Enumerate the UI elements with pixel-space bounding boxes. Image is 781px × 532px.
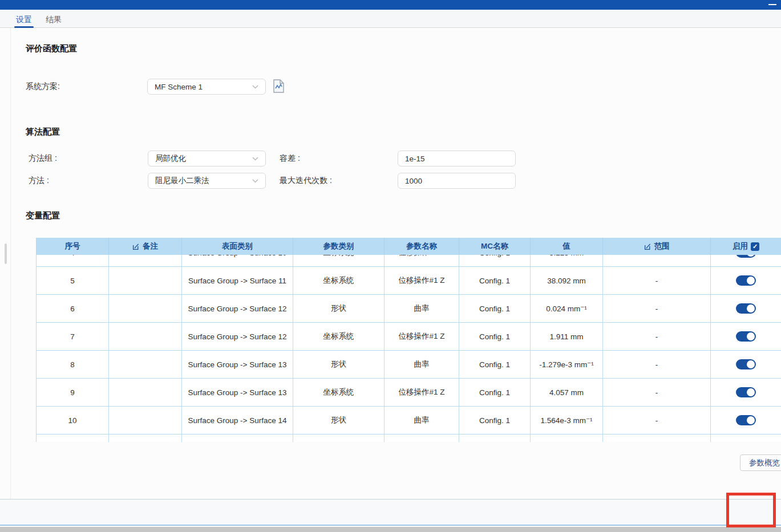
cell-note: [109, 267, 182, 294]
cell-no: 5: [37, 267, 109, 294]
max-iterations-label: 最大迭代次数 :: [280, 173, 332, 189]
enable-toggle[interactable]: [736, 275, 756, 286]
cell-range: -: [603, 295, 711, 322]
cell-param-category: 形状: [293, 407, 385, 434]
tab-settings[interactable]: 设置: [16, 13, 32, 27]
variable-table: 序号 备注 表面类别 参数类别 参数名称 MC名称 值 范围 启用 ✓: [36, 238, 781, 442]
toggle-knob: [747, 304, 755, 312]
cell-mc-name: Config. 1: [459, 351, 531, 378]
toggle-knob: [747, 277, 755, 285]
cell-note: [109, 379, 182, 406]
cell-param-name: 位移操作#1 Z: [385, 434, 459, 442]
cell-value: 1.564e-3 mm⁻¹: [531, 407, 603, 434]
cell-mc-name: Config. 1: [459, 295, 531, 322]
toggle-knob: [747, 416, 755, 424]
scheme-select-value: MF Scheme 1: [155, 83, 203, 91]
cell-surface: Surface Group -> Surface 13: [182, 351, 293, 378]
cell-mc-name: Config. 1: [459, 323, 531, 350]
enable-toggle[interactable]: [736, 331, 756, 342]
table-row: 11 Surface Group -> Surface 14 坐标系统 位移操作…: [37, 434, 781, 442]
algorithm-section-title: 算法配置: [26, 127, 60, 137]
cell-range: -: [603, 407, 711, 434]
scheme-select[interactable]: MF Scheme 1: [147, 79, 266, 95]
cell-value: 38.092 mm: [531, 267, 603, 294]
cell-enable: [711, 295, 781, 322]
table-row: 6 Surface Group -> Surface 12 形状 曲率 Conf…: [37, 295, 781, 323]
enable-toggle[interactable]: [736, 303, 756, 314]
cell-value: 4.057 mm: [531, 379, 603, 406]
toggle-knob: [747, 332, 755, 340]
table-row: 5 Surface Group -> Surface 11 坐标系统 位移操作#…: [37, 267, 781, 295]
cell-mc-name: Config. 1: [459, 379, 531, 406]
footer-bar: 优化模式: 详情模式 保存 优化: [0, 499, 781, 526]
chevron-down-icon: [252, 85, 258, 89]
edit-icon: [132, 243, 140, 250]
header-param-name: 参数名称: [385, 238, 459, 255]
enable-toggle[interactable]: [736, 255, 756, 258]
variable-table-header: 序号 备注 表面类别 参数类别 参数名称 MC名称 值 范围 启用 ✓: [37, 238, 781, 255]
merit-report-icon[interactable]: [272, 79, 285, 94]
tab-bar: 设置 结果: [0, 10, 781, 28]
max-iterations-input[interactable]: 1000: [398, 173, 516, 189]
cell-param-name: 曲率: [385, 407, 459, 434]
toggle-knob: [747, 255, 755, 257]
cell-param-name: 曲率: [385, 295, 459, 322]
cell-mc-name: Config. 1: [459, 255, 531, 266]
cell-enable: [711, 407, 781, 434]
cell-range: -: [603, 434, 711, 442]
cell-surface: Surface Group -> Surface 12: [182, 323, 293, 350]
cell-enable: [711, 267, 781, 294]
cell-range: -: [603, 255, 711, 266]
header-enable: 启用 ✓: [711, 238, 781, 255]
minimize-icon[interactable]: [768, 4, 776, 5]
header-mc-name: MC名称: [459, 238, 531, 255]
parameter-overview-button[interactable]: 参数概览: [740, 454, 781, 471]
cell-no: 7: [37, 323, 109, 350]
cell-value: 0.024 mm⁻¹: [531, 295, 603, 322]
tolerance-label: 容差 :: [280, 151, 300, 166]
enable-all-checkbox[interactable]: ✓: [751, 242, 759, 251]
toggle-knob: [747, 388, 755, 396]
table-rows: 4 Surface Group -> Surface 10 坐标系统 位移操作#…: [37, 255, 781, 442]
cell-note: [109, 255, 182, 266]
table-row: 7 Surface Group -> Surface 12 坐标系统 位移操作#…: [37, 323, 781, 351]
enable-toggle[interactable]: [736, 415, 756, 425]
cell-surface: Surface Group -> Surface 11: [182, 267, 293, 294]
cell-no: 10: [37, 407, 109, 434]
cell-value: 0.047 mm: [531, 434, 603, 442]
method-group-value: 局部优化: [155, 153, 186, 164]
cell-value: -1.279e-3 mm⁻¹: [531, 351, 603, 378]
cell-param-category: 形状: [293, 351, 385, 378]
cell-enable: [711, 255, 781, 266]
bottom-edge-strip: [0, 527, 781, 532]
method-select[interactable]: 阻尼最小二乘法: [148, 173, 266, 189]
enable-toggle[interactable]: [736, 387, 756, 397]
panel-drag-handle[interactable]: [5, 243, 7, 264]
cell-surface: Surface Group -> Surface 14: [182, 434, 293, 442]
header-param-category: 参数类别: [293, 238, 385, 255]
cell-enable: [711, 379, 781, 406]
tab-results[interactable]: 结果: [46, 13, 62, 27]
table-row: 4 Surface Group -> Surface 10 坐标系统 位移操作#…: [37, 255, 781, 267]
cell-no: 8: [37, 351, 109, 378]
cell-param-category: 坐标系统: [293, 323, 385, 350]
tolerance-input[interactable]: 1e-15: [398, 151, 516, 166]
header-range[interactable]: 范围: [603, 238, 711, 255]
method-group-label: 方法组 :: [29, 151, 57, 166]
cell-no: 11: [37, 434, 109, 442]
table-row: 9 Surface Group -> Surface 13 坐标系统 位移操作#…: [37, 379, 781, 407]
header-note[interactable]: 备注: [109, 238, 182, 255]
cell-note: [109, 351, 182, 378]
cell-no: 6: [37, 295, 109, 322]
cell-enable: [711, 351, 781, 378]
variables-section-title: 变量配置: [26, 210, 60, 221]
variable-table-body[interactable]: 4 Surface Group -> Surface 10 坐标系统 位移操作#…: [37, 255, 781, 442]
cell-no: 4: [37, 255, 109, 266]
method-label: 方法 :: [29, 173, 49, 189]
cell-note: [109, 323, 182, 350]
enable-toggle[interactable]: [736, 359, 756, 369]
cell-surface: Surface Group -> Surface 13: [182, 379, 293, 406]
method-group-select[interactable]: 局部优化: [148, 151, 266, 166]
cell-note: [109, 407, 182, 434]
cell-param-name: 位移操作#1 Z: [385, 255, 459, 266]
